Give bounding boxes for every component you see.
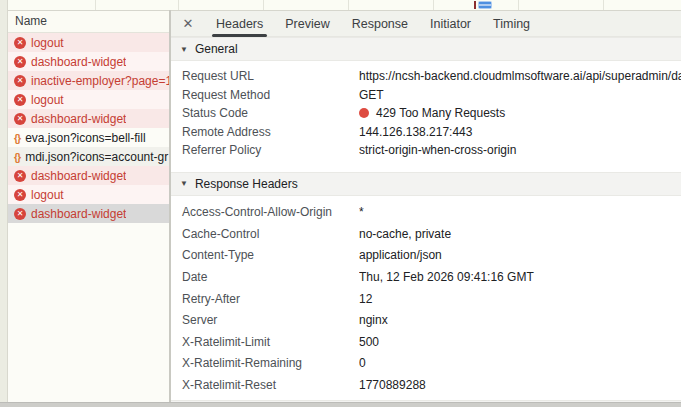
header-row: Referrer Policystrict-origin-when-cross-… [171, 141, 681, 160]
header-row: X-Ratelimit-Limit500 [171, 331, 681, 353]
disclosure-triangle-icon: ▼ [180, 179, 188, 188]
error-status-icon: ✕ [14, 208, 26, 220]
header-key: Request Method [182, 88, 359, 102]
header-key: Server [182, 313, 359, 327]
header-row: Status Code429 Too Many Requests [171, 104, 681, 123]
request-name-label: mdi.json?icons=account-gr… [25, 150, 169, 164]
details-tab-bar: ✕ HeadersPreviewResponseInitiatorTiming [171, 10, 681, 37]
request-name-label: logout [31, 36, 64, 50]
request-name-label: inactive-employer?page=1… [31, 74, 169, 88]
header-row: Servernginx [171, 309, 681, 331]
header-key: Content-Type [182, 248, 359, 262]
list-item[interactable]: ✕logout [8, 33, 169, 52]
section-title: Response Headers [195, 177, 298, 191]
header-value: 144.126.138.217:443 [359, 125, 681, 139]
header-row: Cache-Controlno-cache, private [171, 223, 681, 245]
header-value: application/json [359, 248, 681, 262]
section-gap [171, 164, 681, 172]
section-title: General [195, 42, 238, 56]
list-item[interactable]: ✕dashboard-widget [8, 166, 169, 185]
bottom-scrollbar-strip[interactable] [0, 402, 681, 407]
error-status-icon: ✕ [14, 170, 26, 182]
tab-preview[interactable]: Preview [274, 11, 340, 36]
header-row: Request MethodGET [171, 86, 681, 105]
list-item[interactable]: ✕logout [8, 185, 169, 204]
error-status-icon: ✕ [14, 189, 26, 201]
header-value: * [359, 205, 681, 219]
header-key: Request URL [182, 69, 359, 83]
header-value: 12 [359, 292, 681, 306]
header-row: X-Ratelimit-Reset1770889288 [171, 374, 681, 396]
panel-left-edge [0, 0, 8, 407]
request-name-label: logout [31, 188, 64, 202]
header-value: https://ncsh-backend.cloudmlmsoftware.ai… [359, 69, 681, 83]
header-key: X-Ratelimit-Remaining [182, 356, 359, 370]
name-column-header[interactable]: Name [8, 10, 169, 33]
tab-response[interactable]: Response [341, 11, 419, 36]
column-divider [178, 0, 179, 10]
header-value: Thu, 12 Feb 2026 09:41:16 GMT [359, 270, 681, 284]
close-details-icon[interactable]: ✕ [171, 11, 205, 36]
header-value: strict-origin-when-cross-origin [359, 143, 681, 157]
header-key: Retry-After [182, 292, 359, 306]
column-divider [603, 0, 604, 10]
header-value: 429 Too Many Requests [359, 106, 681, 120]
list-item[interactable]: {}eva.json?icons=bell-fill [8, 128, 169, 147]
request-name-label: dashboard-widget [31, 55, 126, 69]
header-key: Date [182, 270, 359, 284]
request-list: ✕logout✕dashboard-widget✕inactive-employ… [8, 33, 169, 223]
waterfall-bars-icon [478, 1, 492, 9]
tab-timing[interactable]: Timing [482, 11, 541, 36]
header-value: 0 [359, 356, 681, 370]
general-rows: Request URLhttps://ncsh-backend.cloudmlm… [171, 61, 681, 164]
header-row: Request URLhttps://ncsh-backend.cloudmlm… [171, 67, 681, 86]
waterfall-marker-line [474, 1, 476, 9]
error-status-icon: ✕ [14, 75, 26, 87]
column-divider [518, 0, 519, 10]
response-header-rows: Access-Control-Allow-Origin*Cache-Contro… [171, 196, 681, 400]
error-status-icon: ✕ [14, 56, 26, 68]
request-name-label: dashboard-widget [31, 207, 126, 221]
network-table-top-sliver [8, 0, 681, 10]
list-item[interactable]: ✕dashboard-widget [8, 52, 169, 71]
section-header-general[interactable]: ▼ General [171, 37, 681, 61]
status-dot-icon [359, 108, 369, 118]
json-braces-icon: {} [14, 151, 20, 163]
header-row: Remote Address144.126.138.217:443 [171, 123, 681, 142]
json-braces-icon: {} [14, 132, 20, 144]
header-value: 500 [359, 335, 681, 349]
tab-headers[interactable]: Headers [205, 11, 274, 36]
column-divider [433, 0, 434, 10]
column-divider [263, 0, 264, 10]
list-item[interactable]: ✕logout [8, 90, 169, 109]
header-key: X-Ratelimit-Reset [182, 378, 359, 392]
header-value: nginx [359, 313, 681, 327]
column-divider [348, 0, 349, 10]
list-item[interactable]: ✕inactive-employer?page=1… [8, 71, 169, 90]
tabs-container: HeadersPreviewResponseInitiatorTiming [205, 11, 541, 36]
header-key: Status Code [182, 106, 359, 120]
request-name-label: eva.json?icons=bell-fill [25, 131, 145, 145]
header-row: DateThu, 12 Feb 2026 09:41:16 GMT [171, 266, 681, 288]
list-item[interactable]: ✕dashboard-widget [8, 109, 169, 128]
request-name-label: dashboard-widget [31, 112, 126, 126]
column-divider [95, 0, 96, 10]
header-row: Access-Control-Allow-Origin* [171, 202, 681, 224]
error-status-icon: ✕ [14, 94, 26, 106]
header-key: Access-Control-Allow-Origin [182, 205, 359, 219]
error-status-icon: ✕ [14, 113, 26, 125]
section-header-response-headers[interactable]: ▼ Response Headers [171, 172, 681, 196]
disclosure-triangle-icon: ▼ [180, 45, 188, 54]
header-key: Cache-Control [182, 227, 359, 241]
devtools-network-panel: Name ✕logout✕dashboard-widget✕inactive-e… [0, 0, 681, 407]
header-row: X-Ratelimit-Remaining0 [171, 353, 681, 375]
request-name-label: dashboard-widget [31, 169, 126, 183]
tab-initiator[interactable]: Initiator [419, 11, 482, 36]
header-value: GET [359, 88, 681, 102]
request-name-label: logout [31, 93, 64, 107]
header-row: Content-Typeapplication/json [171, 245, 681, 267]
list-item[interactable]: {}mdi.json?icons=account-gr… [8, 147, 169, 166]
request-details-panel: ✕ HeadersPreviewResponseInitiatorTiming … [170, 10, 681, 403]
error-status-icon: ✕ [14, 37, 26, 49]
list-item[interactable]: ✕dashboard-widget [8, 204, 169, 223]
